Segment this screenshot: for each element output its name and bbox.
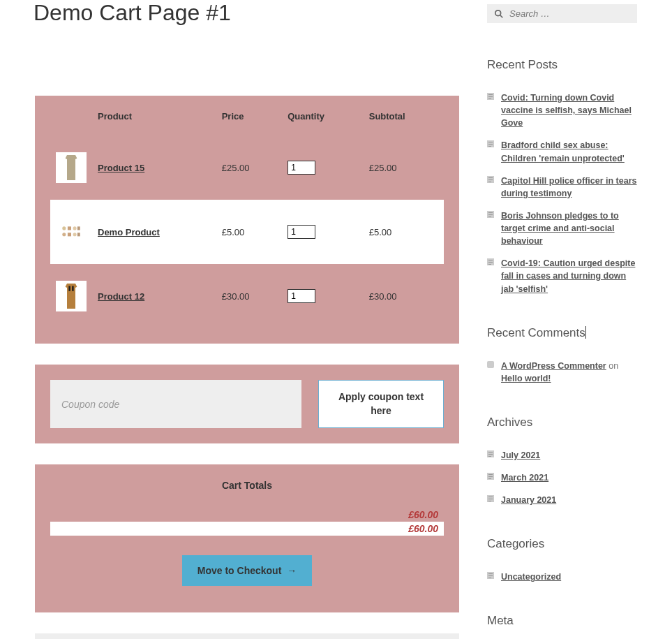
list-item: March 2021 bbox=[487, 471, 637, 484]
category-link[interactable]: Uncategorized bbox=[501, 572, 561, 582]
svg-point-2 bbox=[73, 226, 77, 230]
list-item: A WordPress Commenter on Hello world! bbox=[487, 360, 637, 385]
product-link[interactable]: Demo Product bbox=[98, 227, 160, 237]
totals-subtotal: £60.00 bbox=[50, 508, 444, 522]
lorem-text: Lorem ipsum dolor sit amet, consectetur … bbox=[35, 633, 459, 639]
list-item: Uncategorized bbox=[487, 571, 637, 583]
coupon-input[interactable] bbox=[50, 380, 301, 428]
product-thumb-icon bbox=[56, 152, 87, 183]
svg-rect-1 bbox=[68, 226, 71, 230]
totals-total: £60.00 bbox=[50, 522, 444, 536]
checkout-label: Move to Checkout bbox=[197, 565, 282, 576]
recent-comments-heading: Recent Comments bbox=[487, 326, 637, 340]
table-row: Demo Product £5.00 £5.00 bbox=[50, 200, 444, 264]
post-link[interactable]: Bradford child sex abuse: Children 'rema… bbox=[501, 140, 625, 163]
quantity-input[interactable] bbox=[288, 225, 315, 239]
sidebar: Recent Posts Covid: Turning down Covid v… bbox=[487, 0, 637, 639]
list-item: Boris Johnson pledges to to target crime… bbox=[487, 210, 637, 247]
quantity-input[interactable] bbox=[288, 289, 315, 303]
search-input[interactable] bbox=[509, 8, 630, 19]
svg-point-0 bbox=[62, 226, 66, 230]
col-price: Price bbox=[216, 111, 283, 135]
subtotal-cell: £25.00 bbox=[364, 135, 444, 200]
list-item: Covid-19: Caution urged despite fall in … bbox=[487, 257, 637, 295]
page-title: Demo Cart Page #1 bbox=[33, 0, 459, 26]
cart-table: Product Price Quantity Subtotal Product … bbox=[50, 111, 444, 328]
totals-panel: Cart Totals £60.00 £60.00 Move to Checko… bbox=[35, 464, 459, 612]
archive-link[interactable]: January 2021 bbox=[501, 495, 556, 505]
comment-author-link[interactable]: A WordPress Commenter bbox=[501, 361, 606, 371]
subtotal-cell: £5.00 bbox=[364, 200, 444, 264]
product-thumb-icon bbox=[56, 281, 87, 311]
table-row: Product 12 £30.00 £30.00 bbox=[50, 264, 444, 328]
search-box[interactable] bbox=[487, 4, 637, 23]
checkout-button[interactable]: Move to Checkout → bbox=[182, 555, 312, 586]
price-cell: £30.00 bbox=[216, 264, 283, 328]
svg-point-4 bbox=[62, 233, 66, 236]
cart-panel: Product Price Quantity Subtotal Product … bbox=[35, 96, 459, 344]
categories-heading: Categories bbox=[487, 537, 637, 551]
recent-comments-list: A WordPress Commenter on Hello world! bbox=[487, 360, 637, 385]
col-qty: Quantity bbox=[282, 111, 364, 135]
svg-rect-7 bbox=[77, 233, 80, 236]
list-item: July 2021 bbox=[487, 449, 637, 462]
subtotal-cell: £30.00 bbox=[364, 264, 444, 328]
archives-list: July 2021 March 2021 January 2021 bbox=[487, 449, 637, 506]
svg-rect-5 bbox=[68, 233, 71, 236]
post-link[interactable]: Capitol Hill police officer in tears dur… bbox=[501, 176, 636, 198]
post-link[interactable]: Covid: Turning down Covid vaccine is sel… bbox=[501, 93, 632, 128]
list-item: Capitol Hill police officer in tears dur… bbox=[487, 175, 637, 200]
col-subtotal: Subtotal bbox=[364, 111, 444, 135]
product-link[interactable]: Product 15 bbox=[98, 163, 144, 173]
list-item: January 2021 bbox=[487, 494, 637, 506]
table-row: Product 15 £25.00 £25.00 bbox=[50, 135, 444, 200]
recent-posts-list: Covid: Turning down Covid vaccine is sel… bbox=[487, 91, 637, 295]
svg-rect-3 bbox=[77, 226, 80, 230]
arrow-right-icon: → bbox=[287, 565, 297, 576]
archives-heading: Archives bbox=[487, 416, 637, 429]
product-link[interactable]: Product 12 bbox=[98, 291, 144, 302]
list-item: Covid: Turning down Covid vaccine is sel… bbox=[487, 91, 637, 129]
svg-point-6 bbox=[73, 233, 77, 236]
col-product: Product bbox=[92, 111, 216, 135]
search-icon bbox=[494, 9, 504, 19]
product-thumb-icon bbox=[56, 216, 87, 247]
comment-post-link[interactable]: Hello world! bbox=[501, 374, 551, 383]
meta-heading: Meta bbox=[487, 614, 637, 628]
coupon-panel: Apply coupon text here bbox=[35, 365, 459, 443]
archive-link[interactable]: March 2021 bbox=[501, 473, 548, 483]
svg-point-8 bbox=[495, 10, 501, 15]
comment-on: on bbox=[606, 361, 618, 371]
svg-line-9 bbox=[500, 15, 503, 17]
archive-link[interactable]: July 2021 bbox=[501, 450, 540, 460]
recent-posts-heading: Recent Posts bbox=[487, 58, 637, 72]
cart-totals-title: Cart Totals bbox=[50, 480, 444, 491]
quantity-input[interactable] bbox=[288, 161, 315, 175]
list-item: Bradford child sex abuse: Children 'rema… bbox=[487, 139, 637, 164]
price-cell: £25.00 bbox=[216, 135, 283, 200]
post-link[interactable]: Covid-19: Caution urged despite fall in … bbox=[501, 258, 635, 293]
apply-coupon-button[interactable]: Apply coupon text here bbox=[318, 380, 444, 428]
categories-list: Uncategorized bbox=[487, 571, 637, 583]
post-link[interactable]: Boris Johnson pledges to to target crime… bbox=[501, 211, 619, 246]
price-cell: £5.00 bbox=[216, 200, 283, 264]
